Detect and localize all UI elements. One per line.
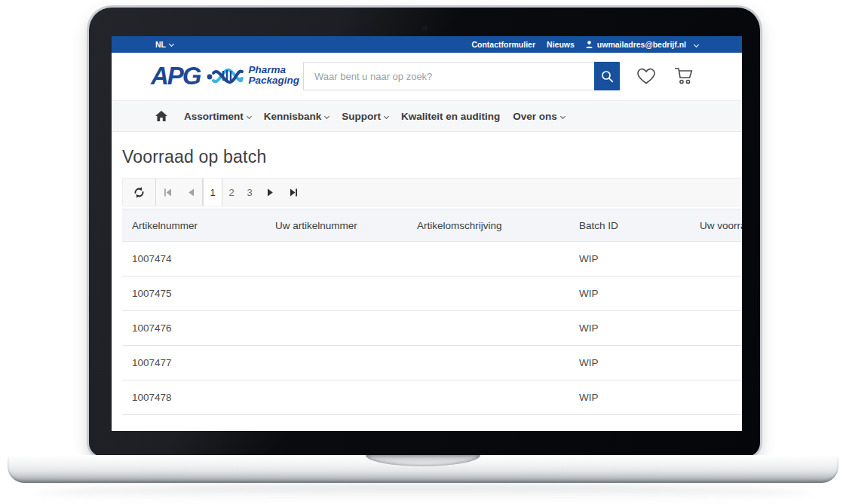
cart-button[interactable] (673, 66, 694, 85)
cell-artikelnummer: 1007476 (132, 322, 275, 334)
table-header-row: Artikelnummer Uw artikelnummer Artikelom… (122, 209, 742, 242)
search-bar (303, 62, 620, 90)
topbar-link-nieuws[interactable]: Nieuws (547, 40, 575, 49)
cell-batch-id: WIP (579, 288, 700, 299)
batch-table: Artikelnummer Uw artikelnummer Artikelom… (122, 209, 742, 431)
language-label: NL (155, 40, 166, 49)
cell-batch-id: WIP (579, 392, 700, 403)
topbar-right-group: Contactformulier Nieuws uwmailadres@bedr… (471, 40, 698, 49)
search-input[interactable] (303, 62, 594, 90)
last-page-icon (290, 188, 298, 197)
home-icon (155, 111, 167, 121)
first-page-button[interactable] (156, 179, 179, 206)
nav-item-label: Over ons (513, 111, 557, 122)
next-page-icon (267, 188, 274, 197)
first-page-icon (164, 188, 172, 197)
cell-batch-id: WIP (579, 253, 700, 264)
utility-topbar: NL Contactformulier Nieuws uwmailadres@b… (112, 36, 742, 53)
chevron-down-icon (384, 113, 389, 118)
cell-batch-id: WIP (579, 357, 700, 368)
page-number-1[interactable]: 1 (203, 179, 222, 206)
main-navigation: Assortiment Kennisbank Support Kwaliteit… (112, 100, 742, 132)
nav-item-assortiment[interactable]: Assortiment (184, 111, 251, 122)
browser-screen: NL Contactformulier Nieuws uwmailadres@b… (112, 36, 742, 431)
nav-item-over-ons[interactable]: Over ons (513, 111, 565, 122)
laptop-mockup: NL Contactformulier Nieuws uwmailadres@b… (0, 0, 846, 504)
topbar-link-contactformulier[interactable]: Contactformulier (471, 40, 535, 49)
laptop-reflection (34, 484, 812, 502)
search-button[interactable] (594, 62, 620, 90)
chevron-down-icon (169, 41, 174, 47)
refresh-icon (133, 186, 146, 199)
search-icon (601, 70, 614, 83)
language-selector[interactable]: NL (155, 40, 173, 49)
logo-acronym: APG (151, 63, 201, 88)
last-page-button[interactable] (282, 179, 305, 206)
pagination-toolbar: 1 2 3 (122, 178, 742, 206)
column-header-batch-id: Batch ID (579, 220, 700, 231)
column-header-uw-artikelnummer: Uw artikelnummer (275, 220, 417, 231)
shopping-cart-icon (673, 66, 694, 85)
user-account-menu[interactable]: uwmailadres@bedrijf.nl (586, 40, 698, 49)
page-number-2[interactable]: 2 (222, 179, 241, 206)
chevron-down-icon (694, 41, 699, 47)
logo-tagline: Pharma Packaging (249, 65, 300, 86)
refresh-button[interactable] (123, 179, 156, 206)
nav-item-label: Kwaliteit en auditing (401, 111, 500, 122)
cell-artikelnummer: 1007474 (132, 253, 275, 264)
laptop-lid-notch (366, 455, 480, 466)
previous-page-button[interactable] (179, 179, 203, 206)
table-row: 1007478 WIP (122, 380, 742, 415)
next-page-button[interactable] (259, 179, 282, 206)
table-row: 1007476 WIP (122, 311, 742, 346)
nav-item-label: Assortiment (184, 111, 244, 122)
nav-item-kwaliteit-en-auditing[interactable]: Kwaliteit en auditing (401, 111, 500, 122)
cell-artikelnummer: 1007478 (132, 392, 275, 403)
cell-batch-id: WIP (579, 322, 700, 334)
laptop-lid: NL Contactformulier Nieuws uwmailadres@b… (89, 8, 760, 457)
page-content: Voorraad op batch (112, 132, 742, 431)
page-title: Voorraad op batch (122, 147, 742, 167)
header-icon-group (636, 66, 694, 85)
nav-item-label: Kennisbank (264, 111, 322, 122)
logo-tagline-line1: Pharma (249, 65, 300, 75)
nav-home-button[interactable] (155, 111, 167, 121)
table-row: 1007475 WIP (122, 276, 742, 311)
chevron-down-icon (324, 113, 330, 118)
user-email: uwmailadres@bedrijf.nl (597, 40, 686, 49)
previous-page-icon (188, 188, 195, 197)
webcam (422, 26, 428, 31)
dna-helix-icon (207, 60, 244, 90)
chevron-down-icon (560, 113, 566, 118)
table-row-partial (122, 415, 742, 431)
cell-artikelnummer: 1007475 (132, 288, 275, 299)
site-header: APG Pharma Packaging (112, 53, 742, 100)
wishlist-button[interactable] (636, 66, 657, 85)
table-row: 1007474 WIP (122, 242, 742, 276)
page-number-3[interactable]: 3 (241, 179, 259, 206)
column-header-artikelnummer: Artikelnummer (132, 220, 275, 231)
logo-tagline-line2: Packaging (249, 75, 300, 86)
column-header-artikelomschrijving: Artikelomschrijving (417, 220, 579, 231)
user-icon (586, 41, 593, 48)
nav-item-kennisbank[interactable]: Kennisbank (264, 111, 330, 122)
column-header-uw-voorraad: Uw voorraad (700, 220, 742, 231)
cell-artikelnummer: 1007477 (132, 357, 275, 368)
nav-item-support[interactable]: Support (342, 111, 388, 122)
laptop-base (8, 455, 838, 483)
nav-item-label: Support (342, 111, 381, 122)
heart-icon (636, 66, 657, 85)
logo[interactable]: APG Pharma Packaging (151, 60, 299, 90)
chevron-down-icon (247, 113, 252, 118)
table-row: 1007477 WIP (122, 346, 742, 380)
